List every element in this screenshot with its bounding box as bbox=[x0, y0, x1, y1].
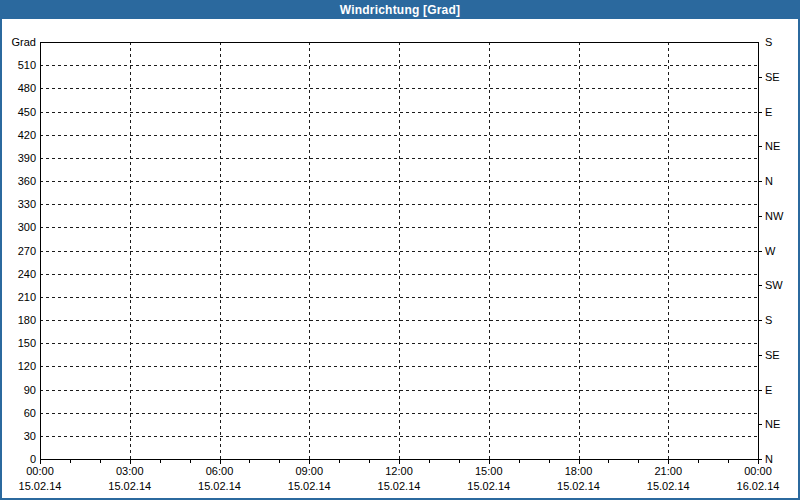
x-axis-date-label: 15.02.14 bbox=[378, 480, 421, 492]
y-axis-left-tick-label: 390 bbox=[18, 152, 36, 164]
x-axis-date-labels: 15.02.1415.02.1415.02.1415.02.1415.02.14… bbox=[19, 480, 780, 492]
right-axis-labels: NNEESESSWWNWNNEESES bbox=[765, 36, 784, 465]
x-axis-time-label: 18:00 bbox=[565, 465, 593, 477]
y-axis-left-tick-label: 420 bbox=[18, 129, 36, 141]
x-axis-time-label: 00:00 bbox=[26, 465, 54, 477]
y-axis-right-tick-label: N bbox=[765, 175, 773, 187]
x-axis-date-label: 15.02.14 bbox=[288, 480, 331, 492]
y-axis-left-tick-label: 0 bbox=[30, 453, 36, 465]
y-axis-left-tick-label: 60 bbox=[24, 407, 36, 419]
y-axis-unit-label: Grad bbox=[12, 36, 36, 48]
left-axis-labels: Grad030609012015018021024027030033036039… bbox=[12, 36, 36, 465]
chart-container: Grad030609012015018021024027030033036039… bbox=[2, 19, 798, 498]
x-axis-date-label: 15.02.14 bbox=[108, 480, 151, 492]
y-axis-right-tick-label: S bbox=[765, 314, 772, 326]
window-titlebar: Windrichtung [Grad] bbox=[0, 0, 800, 19]
x-axis-time-label: 03:00 bbox=[116, 465, 144, 477]
y-axis-left-tick-label: 300 bbox=[18, 221, 36, 233]
y-axis-left-tick-label: 270 bbox=[18, 245, 36, 257]
y-axis-right-tick-label: S bbox=[765, 36, 772, 48]
y-axis-right-tick-label: NE bbox=[765, 140, 780, 152]
y-axis-left-tick-label: 450 bbox=[18, 106, 36, 118]
x-axis-time-label: 09:00 bbox=[295, 465, 323, 477]
v-gridlines bbox=[131, 42, 669, 459]
chart-window: Windrichtung [Grad] Grad0306090120150180… bbox=[0, 0, 800, 500]
x-axis-time-label: 12:00 bbox=[385, 465, 413, 477]
y-axis-left-tick-label: 360 bbox=[18, 175, 36, 187]
y-axis-left-tick-label: 210 bbox=[18, 291, 36, 303]
wind-direction-chart: Grad030609012015018021024027030033036039… bbox=[2, 19, 798, 498]
x-axis-time-label: 15:00 bbox=[475, 465, 503, 477]
y-axis-right-tick-label: NE bbox=[765, 418, 780, 430]
x-axis-date-label: 15.02.14 bbox=[198, 480, 241, 492]
y-axis-right-tick-label: SE bbox=[765, 349, 780, 361]
y-axis-left-tick-label: 90 bbox=[24, 384, 36, 396]
y-axis-left-tick-label: 480 bbox=[18, 82, 36, 94]
x-axis-date-label: 15.02.14 bbox=[467, 480, 510, 492]
y-axis-left-tick-label: 180 bbox=[18, 314, 36, 326]
x-axis-time-label: 06:00 bbox=[206, 465, 234, 477]
y-axis-left-tick-label: 330 bbox=[18, 198, 36, 210]
y-axis-right-tick-label: SE bbox=[765, 71, 780, 83]
y-axis-left-tick-label: 240 bbox=[18, 268, 36, 280]
y-axis-right-tick-label: W bbox=[765, 245, 776, 257]
y-axis-left-tick-label: 120 bbox=[18, 360, 36, 372]
y-axis-right-tick-label: E bbox=[765, 384, 772, 396]
x-axis-time-labels: 00:0003:0006:0009:0012:0015:0018:0021:00… bbox=[26, 465, 772, 477]
y-axis-right-tick-label: SW bbox=[765, 279, 783, 291]
y-axis-right-tick-label: N bbox=[765, 453, 773, 465]
y-axis-right-tick-label: NW bbox=[765, 210, 784, 222]
x-axis-date-label: 16.02.14 bbox=[737, 480, 780, 492]
window-title: Windrichtung [Grad] bbox=[340, 3, 460, 17]
y-axis-left-tick-label: 150 bbox=[18, 337, 36, 349]
x-axis-date-label: 15.02.14 bbox=[647, 480, 690, 492]
x-axis-date-label: 15.02.14 bbox=[19, 480, 62, 492]
y-axis-left-tick-label: 30 bbox=[24, 430, 36, 442]
y-axis-left-tick-label: 510 bbox=[18, 59, 36, 71]
y-axis-right-tick-label: E bbox=[765, 106, 772, 118]
x-axis-time-label: 00:00 bbox=[744, 465, 772, 477]
x-axis-date-label: 15.02.14 bbox=[557, 480, 600, 492]
x-axis-time-label: 21:00 bbox=[654, 465, 682, 477]
